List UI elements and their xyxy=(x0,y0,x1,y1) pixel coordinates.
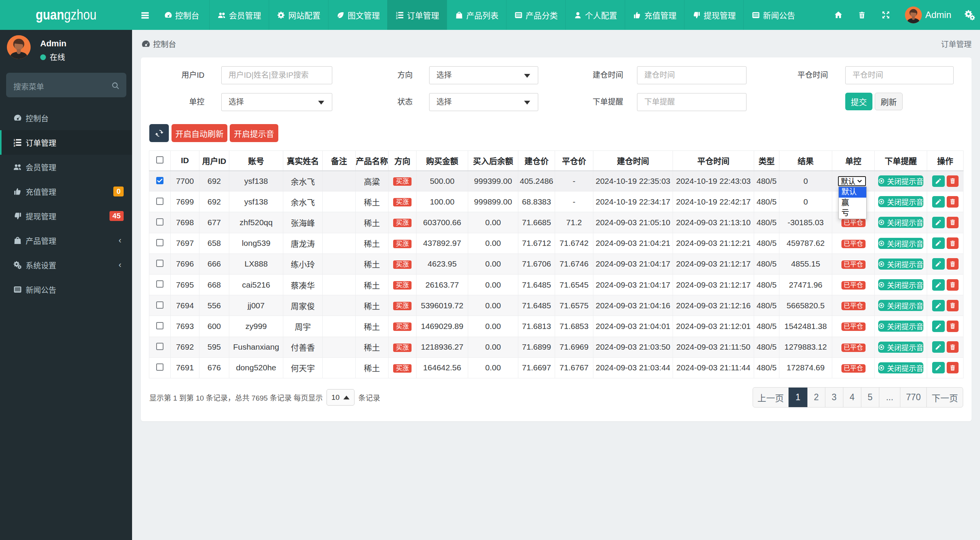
svg-text:3: 3 xyxy=(13,144,15,147)
svg-text:3: 3 xyxy=(396,16,397,20)
